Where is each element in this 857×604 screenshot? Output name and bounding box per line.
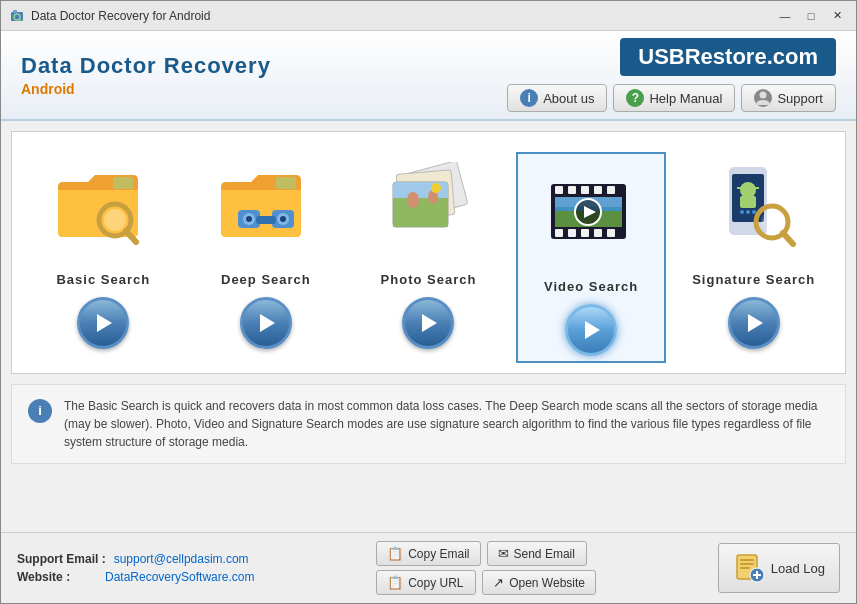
svg-point-50 <box>761 211 783 233</box>
header-nav: i About us ? Help Manual Support <box>507 84 836 112</box>
basic-search-item[interactable]: Basic Search <box>28 152 178 349</box>
video-search-icon <box>536 159 646 269</box>
svg-rect-35 <box>607 229 615 237</box>
svg-point-22 <box>407 192 419 208</box>
signature-search-icon <box>699 152 809 262</box>
support-label: Support <box>777 91 823 106</box>
app-subtitle: Android <box>21 81 271 97</box>
svg-rect-32 <box>568 229 576 237</box>
svg-point-48 <box>752 210 756 214</box>
video-search-item[interactable]: Video Search <box>516 152 666 363</box>
minimize-button[interactable]: — <box>774 5 796 27</box>
send-icon: ✉ <box>498 546 509 561</box>
svg-rect-33 <box>581 229 589 237</box>
help-icon: ? <box>626 89 644 107</box>
svg-rect-28 <box>581 186 589 194</box>
video-search-play-btn[interactable] <box>565 304 617 356</box>
footer: Support Email : support@cellpdasim.com W… <box>1 532 856 603</box>
play-icon <box>585 321 600 339</box>
bottom-btn-row: 📋 Copy URL ↗ Open Website <box>376 570 596 595</box>
website-row: Website : DataRecoverySoftware.com <box>17 570 254 584</box>
title-bar-left: Data Doctor Recovery for Android <box>9 8 210 24</box>
signature-search-play-btn[interactable] <box>728 297 780 349</box>
load-log-icon <box>733 551 765 586</box>
svg-rect-44 <box>740 196 756 208</box>
footer-action-buttons: 📋 Copy Email ✉ Send Email 📋 Copy URL ↗ O… <box>376 541 596 595</box>
svg-rect-1 <box>13 10 17 13</box>
svg-rect-27 <box>568 186 576 194</box>
info-section: i The Basic Search is quick and recovers… <box>11 384 846 464</box>
basic-search-icon <box>48 152 158 262</box>
svg-rect-12 <box>256 216 276 224</box>
maximize-button[interactable]: □ <box>800 5 822 27</box>
copy-email-label: Copy Email <box>408 547 469 561</box>
svg-rect-5 <box>113 177 133 189</box>
info-icon: i <box>520 89 538 107</box>
support-email-link[interactable]: support@cellpdasim.com <box>114 552 249 566</box>
copy-url-icon: 📋 <box>387 575 403 590</box>
photo-search-play-btn[interactable] <box>402 297 454 349</box>
svg-rect-29 <box>594 186 602 194</box>
open-website-label: Open Website <box>509 576 585 590</box>
play-icon <box>97 314 112 332</box>
website-link[interactable]: DataRecoverySoftware.com <box>105 570 254 584</box>
photo-search-icon <box>373 152 483 262</box>
app-title: Data Doctor Recovery <box>21 53 271 79</box>
svg-rect-34 <box>594 229 602 237</box>
video-search-label: Video Search <box>544 279 638 294</box>
svg-rect-55 <box>740 567 750 569</box>
deep-search-play-btn[interactable] <box>240 297 292 349</box>
search-modes-panel: Basic Search <box>11 131 846 374</box>
footer-contact: Support Email : support@cellpdasim.com W… <box>17 552 254 584</box>
basic-search-play-btn[interactable] <box>77 297 129 349</box>
about-us-label: About us <box>543 91 594 106</box>
basic-search-label: Basic Search <box>56 272 150 287</box>
header: Data Doctor Recovery Android USBRestore.… <box>1 31 856 121</box>
svg-rect-30 <box>607 186 615 194</box>
svg-rect-54 <box>740 563 754 565</box>
svg-rect-31 <box>555 229 563 237</box>
copy-email-button[interactable]: 📋 Copy Email <box>376 541 480 566</box>
svg-rect-26 <box>555 186 563 194</box>
close-button[interactable]: ✕ <box>826 5 848 27</box>
support-button[interactable]: Support <box>741 84 836 112</box>
info-circle-icon: i <box>28 399 52 423</box>
website-label: Website : <box>17 570 97 584</box>
usbrestore-badge: USBRestore.com <box>620 38 836 76</box>
title-bar: Data Doctor Recovery for Android — □ ✕ <box>1 1 856 31</box>
svg-rect-21 <box>393 198 448 227</box>
deep-search-icon <box>211 152 321 262</box>
signature-search-item[interactable]: Signature Search <box>679 152 829 349</box>
svg-point-15 <box>246 216 252 222</box>
svg-point-16 <box>280 216 286 222</box>
signature-search-label: Signature Search <box>692 272 815 287</box>
svg-point-7 <box>104 209 126 231</box>
support-icon <box>754 89 772 107</box>
svg-line-51 <box>783 233 793 244</box>
main-window: Data Doctor Recovery for Android — □ ✕ D… <box>0 0 857 604</box>
svg-point-43 <box>740 182 756 198</box>
svg-point-4 <box>760 92 767 99</box>
photo-search-item[interactable]: Photo Search <box>353 152 503 349</box>
send-email-label: Send Email <box>514 547 575 561</box>
copy-icon: 📋 <box>387 546 403 561</box>
svg-rect-53 <box>740 559 754 561</box>
svg-point-46 <box>740 210 744 214</box>
title-bar-text: Data Doctor Recovery for Android <box>31 9 210 23</box>
app-icon <box>9 8 25 24</box>
support-email-label: Support Email : <box>17 552 106 566</box>
svg-rect-9 <box>276 177 296 189</box>
send-email-button[interactable]: ✉ Send Email <box>487 541 587 566</box>
deep-search-item[interactable]: Deep Search <box>191 152 341 349</box>
copy-url-button[interactable]: 📋 Copy URL <box>376 570 476 595</box>
open-website-button[interactable]: ↗ Open Website <box>482 570 596 595</box>
help-manual-button[interactable]: ? Help Manual <box>613 84 735 112</box>
load-log-label: Load Log <box>771 561 825 576</box>
top-btn-row: 📋 Copy Email ✉ Send Email <box>376 541 596 566</box>
app-logo: Data Doctor Recovery Android <box>21 53 271 97</box>
load-log-button[interactable]: Load Log <box>718 543 840 593</box>
about-us-button[interactable]: i About us <box>507 84 607 112</box>
play-icon <box>422 314 437 332</box>
info-text: The Basic Search is quick and recovers d… <box>64 397 829 451</box>
copy-url-label: Copy URL <box>408 576 463 590</box>
